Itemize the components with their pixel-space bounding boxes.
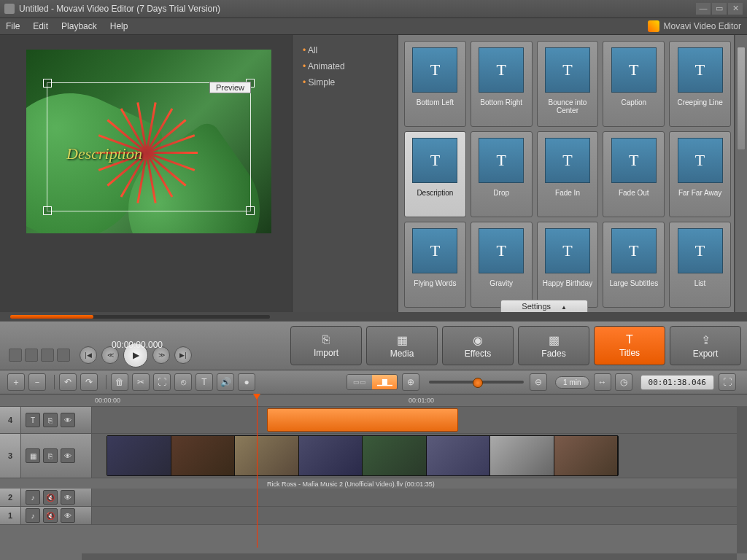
ruler-tick: 00:01:00	[409, 397, 434, 404]
text-button[interactable]: T	[196, 373, 213, 391]
title-card-bottom-left[interactable]: Bottom Left	[404, 41, 466, 127]
timeline-view-toggle[interactable]: ▭▭ ▁▇▁	[347, 374, 398, 390]
category-simple[interactable]: Simple	[293, 74, 398, 90]
timeline-view-icon[interactable]: ▁▇▁	[372, 375, 397, 389]
title-card-drop[interactable]: Drop	[471, 131, 533, 217]
preview-panel: Preview Description	[0, 35, 292, 312]
crop-handle-tl[interactable]	[43, 79, 52, 88]
minimize-button[interactable]: —	[696, 3, 711, 15]
timeline-scrollbar-v[interactable]	[737, 406, 747, 553]
zoom-in-button[interactable]: ⊕	[402, 373, 419, 391]
storyboard-view-icon[interactable]: ▭▭	[347, 375, 372, 389]
menu-file[interactable]: File	[6, 21, 20, 31]
menu-help[interactable]: Help	[110, 21, 128, 31]
preview-badge: Preview	[209, 82, 251, 93]
title-card-gravity[interactable]: Gravity	[471, 222, 533, 308]
add-track-button[interactable]: ＋	[7, 373, 25, 391]
fullscreen-button[interactable]: ⛶	[719, 373, 736, 391]
seek-track[interactable]	[10, 315, 270, 319]
tool-snapshot-icon[interactable]	[41, 349, 54, 362]
title-thumb-icon	[545, 47, 590, 93]
visibility-icon[interactable]: 👁	[61, 413, 75, 427]
title-clip[interactable]	[267, 408, 458, 432]
title-card-description[interactable]: Description	[404, 131, 466, 217]
clock-icon[interactable]: ◷	[615, 373, 632, 391]
title-card-bounce-into-center[interactable]: Bounce into Center	[537, 41, 599, 127]
link-icon[interactable]: ⎘	[43, 413, 58, 427]
title-thumb-icon	[678, 138, 723, 183]
video-track-icon[interactable]: ▦	[26, 448, 40, 463]
track-number: 2	[0, 489, 21, 506]
crop-handle-bl[interactable]	[43, 206, 52, 215]
track-1: 1 ♪ 🔇 👁	[0, 507, 747, 525]
fit-button[interactable]: ↔	[594, 373, 611, 391]
category-animated[interactable]: Animated	[293, 58, 398, 74]
title-card-caption[interactable]: Caption	[603, 41, 665, 127]
mute-icon[interactable]: 🔇	[43, 508, 58, 523]
tool-volume-icon[interactable]	[57, 349, 70, 362]
title-card-fade-out[interactable]: Fade Out	[603, 131, 665, 217]
mode-titles[interactable]: TTitles	[594, 326, 665, 365]
menu-playback[interactable]: Playback	[61, 21, 97, 31]
maximize-button[interactable]: ▭	[712, 3, 727, 15]
track-content[interactable]	[92, 407, 747, 433]
title-card-list[interactable]: List	[669, 222, 731, 308]
playback-time: 00:00:00.000	[101, 340, 174, 350]
timeline-ruler[interactable]: 00:00:00 00:01:00	[0, 394, 747, 407]
ruler-tick: 00:00:00	[95, 397, 120, 404]
tool-layout-icon[interactable]	[25, 349, 38, 362]
close-button[interactable]: ✕	[728, 3, 743, 15]
split-button[interactable]: ⎋	[174, 373, 192, 391]
mode-export[interactable]: ⇪Export	[670, 326, 741, 365]
prev-button[interactable]: |◀	[80, 346, 97, 364]
crop-button[interactable]: ⛶	[153, 373, 171, 391]
undo-button[interactable]: ↶	[59, 373, 77, 391]
cut-button[interactable]: ✂	[132, 373, 150, 391]
visibility-icon[interactable]: 👁	[61, 508, 75, 523]
remove-track-button[interactable]: －	[28, 373, 46, 391]
title-card-bottom-right[interactable]: Bottom Right	[471, 41, 533, 127]
tool-3d-icon[interactable]	[9, 349, 22, 362]
track-content[interactable]: Rick Ross - Mafia Music 2 (Unofficial Vi…	[92, 434, 747, 478]
mode-media[interactable]: ▦Media	[366, 326, 438, 365]
preview-viewport[interactable]: Preview Description	[26, 50, 271, 233]
mode-import[interactable]: ⎘Import	[290, 326, 362, 365]
track-content[interactable]	[92, 507, 747, 524]
mode-fades[interactable]: ▩Fades	[518, 326, 589, 365]
menu-edit[interactable]: Edit	[33, 21, 48, 31]
title-card-far-far-away[interactable]: Far Far Away	[669, 131, 731, 217]
zoom-out-button[interactable]: ⊖	[530, 373, 547, 391]
video-clip[interactable]	[107, 435, 619, 476]
category-all[interactable]: All	[293, 42, 398, 58]
audio-track-icon[interactable]: ♪	[26, 490, 40, 505]
title-card-flying-words[interactable]: Flying Words	[404, 222, 466, 308]
scrollbar-thumb[interactable]	[737, 47, 746, 150]
zoom-slider[interactable]	[429, 381, 524, 384]
link-icon[interactable]: ⎘	[43, 448, 58, 463]
zoom-slider-thumb[interactable]	[473, 378, 483, 388]
titles-scrollbar[interactable]	[735, 35, 747, 312]
title-card-creeping-line[interactable]: Creeping Line	[669, 41, 731, 127]
mode-effects[interactable]: ◉Effects	[442, 326, 514, 365]
audio-button[interactable]: 🔊	[217, 373, 234, 391]
title-overlay-text[interactable]: Description	[66, 144, 142, 163]
visibility-icon[interactable]: 👁	[61, 448, 75, 463]
timecode-display[interactable]: 00:01:38.046	[640, 375, 714, 390]
visibility-icon[interactable]: 👁	[61, 490, 75, 505]
crop-handle-br[interactable]	[246, 206, 255, 215]
redo-button[interactable]: ↷	[80, 373, 98, 391]
title-card-fade-in[interactable]: Fade In	[537, 131, 599, 217]
title-track-icon[interactable]: T	[26, 413, 40, 427]
mute-icon[interactable]: 🔇	[43, 490, 58, 505]
timeline-scrollbar-h[interactable]	[82, 553, 737, 560]
settings-tab[interactable]: Settings	[500, 300, 588, 312]
title-card-large-subtitles[interactable]: Large Subtitles	[603, 222, 665, 308]
title-card-happy-birthday[interactable]: Happy Birthday	[537, 222, 599, 308]
track-content[interactable]	[92, 489, 747, 506]
playhead[interactable]	[257, 394, 258, 548]
timeline-unit[interactable]: 1 min	[555, 376, 589, 389]
audio-track-icon[interactable]: ♪	[26, 508, 40, 523]
record-button[interactable]: ●	[238, 373, 255, 391]
next-button[interactable]: ▶|	[174, 346, 192, 364]
delete-button[interactable]: 🗑	[111, 373, 128, 391]
